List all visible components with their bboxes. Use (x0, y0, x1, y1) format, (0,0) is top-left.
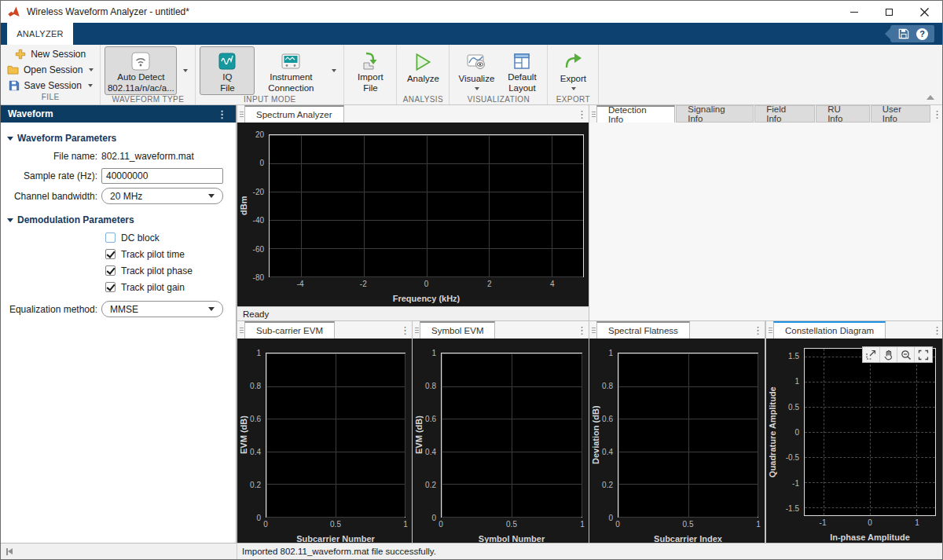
info-tab-ru-info[interactable]: RU Info (816, 105, 870, 123)
panel-menu-icon[interactable]: ⋮ (575, 105, 589, 123)
x-axis-ticks: 00.51 (618, 519, 758, 530)
spectral-flatness-tab-bar: Spectral Flatness ⋮ (589, 321, 765, 339)
auto-detect-button[interactable]: Auto Detect 802.11a/n/ac/a... (105, 46, 177, 95)
y-tick-label: -1 (792, 478, 799, 487)
y-tick-label: 0 (431, 514, 436, 522)
tab-constellation-diagram[interactable]: Constellation Diagram (773, 321, 886, 339)
maximize-button[interactable] (871, 1, 907, 23)
help-icon[interactable]: ? (916, 28, 928, 40)
track-pilot-time-row[interactable]: Track pilot time (105, 247, 236, 262)
waveform-type-dropdown-button[interactable] (178, 46, 191, 95)
drag-handle-icon[interactable] (237, 105, 244, 123)
subcarrier-evm-chart-area: EVM (dB) 00.20.40.60.81 00.51 Subcarrier… (237, 339, 412, 544)
tab-subcarrier-evm[interactable]: Sub-carrier EVM (244, 321, 335, 339)
equalization-method-select[interactable]: MMSE (101, 301, 223, 317)
gridline-horizontal (270, 248, 583, 249)
save-session-label: Save Session (24, 80, 82, 91)
waveform-parameters-section-header[interactable]: Waveform Parameters (7, 133, 229, 144)
iq-file-button[interactable]: IQ File (200, 46, 255, 95)
tab-symbol-evm[interactable]: Symbol EVM (420, 321, 495, 339)
y-tick-label: -1.5 (786, 504, 799, 513)
drag-handle-icon[interactable] (237, 321, 244, 339)
info-tab-field-info[interactable]: Field Info (754, 105, 815, 123)
drag-handle-icon[interactable] (766, 321, 773, 339)
gridline-vertical (758, 353, 758, 517)
x-axis-ticks: 00.51 (441, 519, 582, 530)
ribbon-section-import: Import File (344, 45, 397, 104)
new-session-button[interactable]: New Session (13, 46, 88, 61)
collapse-panel-icon[interactable] (6, 548, 13, 555)
drag-handle-icon[interactable] (413, 321, 420, 339)
plot-toolbar (862, 346, 933, 363)
gridline-horizontal (266, 353, 405, 354)
dc-block-checkbox[interactable] (105, 232, 116, 243)
track-pilot-gain-checkbox[interactable] (105, 282, 116, 292)
dc-block-row[interactable]: DC block (105, 230, 236, 245)
save-icon[interactable] (898, 28, 909, 39)
info-tab-user-info[interactable]: User Info (871, 105, 930, 123)
instrument-connection-button[interactable]: Instrument Connection (256, 46, 325, 95)
minimize-button[interactable] (836, 1, 871, 23)
y-axis-ticks: 00.20.40.60.81 (237, 353, 266, 518)
gridline-horizontal (442, 452, 582, 452)
instrument-label-line1: Instrument (270, 72, 312, 83)
zoom-out-button[interactable] (897, 347, 915, 362)
y-tick-label: 0.6 (425, 415, 436, 423)
info-tab-detection-info[interactable]: Detection Info (596, 105, 675, 123)
import-file-button[interactable]: Import File (348, 46, 392, 95)
visualize-button[interactable]: Visualize (453, 46, 499, 95)
x-axis-label: In-phase Amplitude (804, 533, 936, 542)
track-pilot-phase-row[interactable]: Track pilot phase (105, 263, 236, 278)
close-icon (920, 8, 929, 16)
drag-handle-icon[interactable] (589, 321, 596, 339)
track-pilot-phase-checkbox[interactable] (105, 265, 116, 276)
drag-handle-icon[interactable] (589, 105, 596, 123)
track-pilot-time-checkbox[interactable] (105, 249, 116, 259)
zoom-region-button[interactable] (863, 347, 880, 362)
open-session-button[interactable]: Open Session (5, 62, 96, 77)
info-tab-signaling-info[interactable]: Signaling Info (676, 105, 754, 123)
tab-analyzer[interactable]: ANALYZER (7, 23, 73, 45)
y-tick-label: 0.6 (250, 415, 261, 423)
gridline-horizontal (618, 452, 758, 452)
fit-to-view-button[interactable] (915, 347, 932, 362)
save-session-dropdown-icon[interactable] (88, 84, 93, 87)
tab-spectral-flatness[interactable]: Spectral Flatness (596, 321, 690, 339)
file-name-label: File name: (1, 151, 97, 162)
pan-button[interactable] (880, 347, 897, 362)
close-button[interactable] (907, 1, 942, 23)
default-layout-button[interactable]: Default Layout (501, 46, 543, 95)
save-session-button[interactable]: Save Session (6, 78, 95, 93)
symbol-evm-tab-bar: Symbol EVM ⋮ (413, 321, 589, 339)
export-button[interactable]: Export (552, 46, 594, 95)
demodulation-parameters-section-header[interactable]: Demodulation Parameters (7, 214, 229, 225)
channel-bandwidth-select[interactable]: 20 MHz (101, 188, 223, 204)
open-session-dropdown-icon[interactable] (89, 68, 94, 71)
x-axis-ticks: -101 (804, 518, 936, 529)
tab-spectrum-analyzer[interactable]: Spectrum Analyzer (244, 105, 344, 123)
open-session-label: Open Session (24, 64, 83, 75)
y-tick-label: 0.2 (250, 481, 261, 489)
panel-menu-icon[interactable]: ⋮ (215, 109, 229, 119)
x-axis-ticks: 00.51 (266, 519, 405, 530)
equalization-method-row: Equalization method: MMSE (1, 301, 236, 317)
track-pilot-gain-row[interactable]: Track pilot gain (105, 280, 236, 295)
panel-menu-icon[interactable]: ⋮ (751, 321, 765, 339)
y-tick-label: 1 (794, 377, 799, 386)
analyze-button[interactable]: Analyze (401, 46, 445, 95)
ribbon-tab-strip: ANALYZER ? (1, 23, 942, 45)
y-tick-label: 0 (794, 428, 799, 437)
window-controls (836, 1, 942, 23)
panel-menu-icon[interactable]: ⋮ (575, 321, 589, 339)
input-mode-dropdown-button[interactable] (327, 46, 339, 95)
sample-rate-input[interactable] (101, 168, 223, 184)
export-label: Export (560, 74, 586, 85)
collapse-ribbon-button[interactable] (926, 95, 934, 100)
instrument-label-line2: Connection (268, 83, 314, 94)
title-bar: Wireless Waveform Analyzer - untitled* (1, 1, 942, 23)
plot-area (266, 353, 405, 518)
panel-menu-icon[interactable]: ⋮ (930, 321, 943, 339)
panel-menu-icon[interactable]: ⋮ (398, 321, 412, 339)
panel-menu-icon[interactable]: ⋮ (930, 105, 943, 123)
wireless-waveform-analyzer-window: Wireless Waveform Analyzer - untitled* A… (0, 0, 943, 560)
